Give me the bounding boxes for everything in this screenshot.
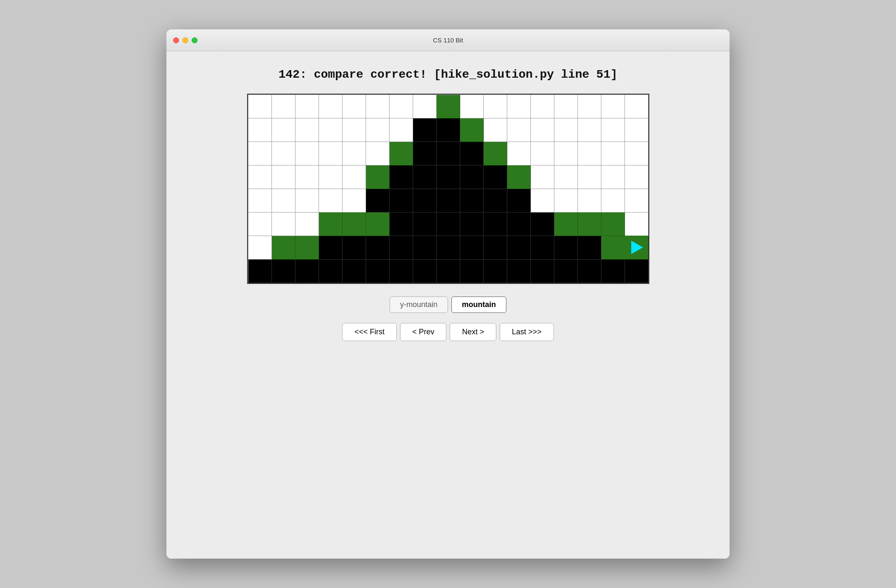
- grid-cell: [484, 118, 507, 142]
- grid-cell: [531, 189, 554, 213]
- grid-cell: [437, 236, 460, 260]
- grid-cell: [484, 95, 507, 118]
- grid-cell: [437, 118, 460, 142]
- grid-cell: [554, 142, 578, 165]
- grid-cell: [625, 95, 648, 118]
- grid-cell: [366, 213, 390, 236]
- grid-cell: [437, 165, 460, 189]
- grid-cell: [366, 142, 390, 165]
- grid-cell: [343, 142, 366, 165]
- page-subtitle: 142: compare correct! [hike_solution.py …: [279, 68, 618, 81]
- grid-cell: [295, 189, 319, 213]
- grid-cell: [319, 118, 343, 142]
- grid-cell: [578, 213, 601, 236]
- grid-cell: [413, 165, 437, 189]
- grid-cell: [578, 142, 601, 165]
- traffic-lights: [173, 37, 198, 43]
- grid-cell: [460, 118, 484, 142]
- grid-cell: [248, 213, 272, 236]
- next-button[interactable]: Next >: [450, 323, 496, 341]
- grid-cell: [625, 260, 648, 283]
- grid-cell: [554, 213, 578, 236]
- grid-cell: [460, 95, 484, 118]
- grid-cell: [390, 118, 413, 142]
- pixel-grid: [248, 94, 648, 283]
- grid-cell: [507, 118, 531, 142]
- grid-cell: [248, 236, 272, 260]
- close-button[interactable]: [173, 37, 179, 43]
- grid-cell: [601, 236, 625, 260]
- grid-cell: [366, 189, 390, 213]
- grid-cell: [295, 236, 319, 260]
- grid-cell: [413, 260, 437, 283]
- grid-cell: [390, 213, 413, 236]
- grid-cell: [554, 95, 578, 118]
- grid-cell: [625, 142, 648, 165]
- play-button[interactable]: [625, 236, 648, 259]
- grid-cell: [390, 142, 413, 165]
- grid-cell: [272, 260, 295, 283]
- grid-canvas-container: [247, 94, 649, 284]
- prev-button[interactable]: < Prev: [400, 323, 447, 341]
- grid-cell: [437, 189, 460, 213]
- test-tabs: y-mountain mountain: [390, 297, 506, 313]
- grid-cell: [319, 142, 343, 165]
- grid-cell: [319, 213, 343, 236]
- grid-cell: [413, 142, 437, 165]
- grid-cell: [248, 189, 272, 213]
- last-button[interactable]: Last >>>: [500, 323, 554, 341]
- tab-mountain[interactable]: mountain: [451, 297, 506, 313]
- tab-y-mountain[interactable]: y-mountain: [390, 297, 448, 313]
- grid-cell: [366, 118, 390, 142]
- grid-cell: [601, 213, 625, 236]
- grid-cell: [343, 260, 366, 283]
- grid-cell: [295, 165, 319, 189]
- grid-cell: [531, 118, 554, 142]
- play-icon: [631, 241, 643, 254]
- minimize-button[interactable]: [182, 37, 188, 43]
- grid-cell: [484, 213, 507, 236]
- grid-cell: [507, 165, 531, 189]
- grid-cell: [248, 95, 272, 118]
- grid-cell: [272, 118, 295, 142]
- grid-cell: [272, 142, 295, 165]
- grid-cell: [295, 260, 319, 283]
- grid-cell: [319, 189, 343, 213]
- grid-cell: [295, 213, 319, 236]
- grid-cell: [343, 118, 366, 142]
- grid-cell: [319, 260, 343, 283]
- grid-cell: [295, 118, 319, 142]
- grid-cell: [343, 213, 366, 236]
- grid-cell: [460, 213, 484, 236]
- title-bar: CS 110 Bit: [166, 29, 730, 51]
- grid-cell: [390, 189, 413, 213]
- grid-cell: [578, 95, 601, 118]
- maximize-button[interactable]: [192, 37, 198, 43]
- grid-cell: [531, 165, 554, 189]
- grid-cell: [319, 165, 343, 189]
- window-title: CS 110 Bit: [433, 37, 463, 44]
- grid-cell: [248, 260, 272, 283]
- grid-cell: [625, 189, 648, 213]
- grid-cell: [531, 95, 554, 118]
- grid-cell: [460, 236, 484, 260]
- grid-cell: [343, 95, 366, 118]
- grid-cell: [460, 142, 484, 165]
- grid-cell: [531, 260, 554, 283]
- grid-cell: [437, 260, 460, 283]
- grid-cell: [601, 142, 625, 165]
- grid-cell: [295, 95, 319, 118]
- grid-cell: [625, 236, 648, 260]
- grid-cell: [484, 236, 507, 260]
- grid-cell: [554, 260, 578, 283]
- grid-cell: [390, 165, 413, 189]
- grid-cell: [366, 260, 390, 283]
- grid-cell: [531, 236, 554, 260]
- grid-cell: [343, 189, 366, 213]
- grid-cell: [413, 118, 437, 142]
- grid-cell: [413, 189, 437, 213]
- grid-cell: [601, 95, 625, 118]
- first-button[interactable]: <<< First: [342, 323, 397, 341]
- grid-cell: [437, 142, 460, 165]
- grid-cell: [578, 236, 601, 260]
